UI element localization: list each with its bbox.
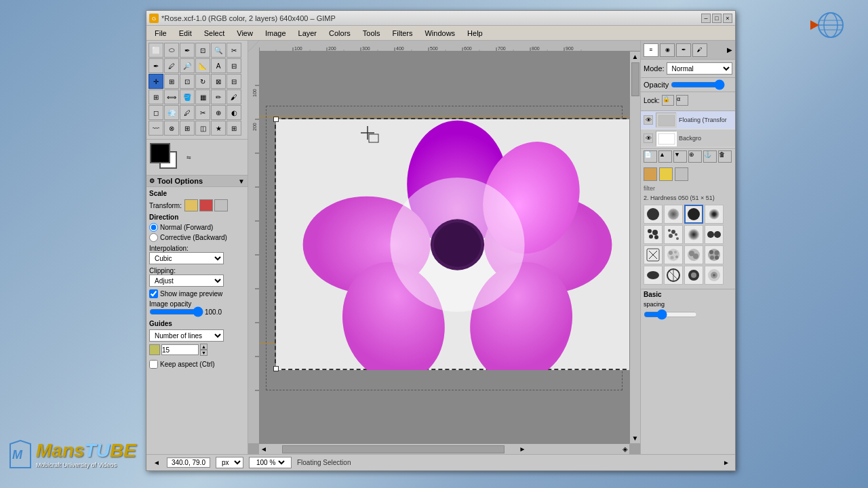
brush-12[interactable] [705, 245, 724, 264]
scroll-right-btn[interactable]: ► [518, 445, 528, 453]
menu-filters[interactable]: Filters [387, 28, 418, 39]
anchor-layer-btn[interactable]: ⚓ [703, 150, 717, 163]
healing-tool[interactable]: ⊕ [211, 105, 226, 120]
preview-checkbox[interactable] [149, 289, 158, 298]
blend-tool[interactable]: ▦ [195, 89, 210, 104]
by-color-select-tool[interactable]: 🔍 [211, 43, 226, 58]
convolve-tool[interactable]: ⊗ [164, 121, 179, 136]
scale-tool[interactable]: ⊠ [211, 74, 226, 89]
menu-layer[interactable]: Layer [293, 28, 323, 39]
canvas-viewport[interactable] [259, 52, 629, 443]
brush-2[interactable] [664, 205, 683, 224]
spacing-slider[interactable] [644, 310, 698, 319]
guides-number-input[interactable] [161, 344, 199, 355]
smudge-tool[interactable]: 〰 [149, 121, 163, 136]
brush-3[interactable] [684, 205, 703, 224]
layer-eye-floating[interactable]: 👁 [644, 115, 653, 125]
menu-file[interactable]: File [149, 28, 172, 39]
scroll-up-btn[interactable]: ▲ [630, 52, 640, 62]
transform-selection-btn[interactable] [199, 199, 213, 211]
transform-path-btn[interactable] [214, 199, 228, 211]
brush-14[interactable] [664, 266, 683, 285]
menu-view[interactable]: View [231, 28, 258, 39]
brush-1[interactable] [644, 205, 663, 224]
paths-tool[interactable]: ✒ [149, 58, 163, 73]
tab-brushes[interactable]: 🖌 [692, 43, 707, 57]
extra-btn[interactable]: ⊞ [226, 121, 241, 136]
layer-floating[interactable]: 👁 Floating (Transfor [641, 111, 735, 129]
clone-tool[interactable]: ✂ [195, 105, 210, 120]
fuzzy-select-tool[interactable]: ⊡ [195, 43, 210, 58]
layer-background[interactable]: 👁 Backgro [641, 129, 735, 148]
interpolation-select[interactable]: Cubic Linear None NoHalo LoHalo [149, 252, 224, 264]
brush-4[interactable] [705, 205, 724, 224]
swatch-gray[interactable] [675, 167, 688, 181]
zoom-select[interactable]: 100 % [254, 458, 287, 467]
close-button[interactable]: × [723, 14, 732, 23]
opacity-slider-right[interactable] [671, 81, 725, 89]
perspective-tool[interactable]: ⊞ [149, 89, 163, 104]
brush-6[interactable] [664, 225, 683, 244]
new-layer-btn[interactable]: 📄 [644, 150, 657, 163]
brush-7[interactable] [684, 225, 703, 244]
stamp-btn[interactable]: ★ [211, 121, 226, 136]
menu-select[interactable]: Select [199, 28, 231, 39]
tab-paths[interactable]: ✒ [676, 43, 691, 57]
scroll-expand-btn[interactable]: ◈ [621, 445, 629, 453]
rect-select-tool[interactable]: ⬜ [149, 43, 163, 58]
panel-config-btn[interactable]: ▶ [727, 46, 732, 54]
zoom-tool[interactable]: 🔎 [180, 58, 195, 73]
status-zoom[interactable]: 100 % [249, 457, 292, 468]
scroll-thumb-h[interactable] [282, 445, 505, 453]
layer-eye-background[interactable]: 👁 [644, 134, 653, 143]
minimize-button[interactable]: – [701, 14, 711, 23]
brush-16[interactable] [705, 266, 724, 285]
eraser-tool[interactable]: ◻ [149, 105, 163, 120]
status-nav-right[interactable]: ► [723, 459, 730, 466]
tab-channels[interactable]: ◉ [660, 43, 675, 57]
opacity-slider[interactable] [149, 308, 203, 316]
crop-tool[interactable]: ⊡ [180, 74, 195, 89]
lower-layer-btn[interactable]: ▼ [673, 150, 687, 163]
guides-color-swatch[interactable] [149, 344, 160, 355]
brush-9[interactable] [644, 245, 663, 264]
airbrush-tool[interactable]: 💨 [164, 105, 179, 120]
menu-windows[interactable]: Windows [419, 28, 460, 39]
ellipse-select-tool[interactable]: ⬭ [164, 43, 179, 58]
text-tool[interactable]: A [211, 58, 226, 73]
screen-btn[interactable]: ◫ [195, 121, 210, 136]
brush-5[interactable] [644, 225, 663, 244]
tab-layers[interactable]: ≡ [644, 43, 658, 57]
brush-11[interactable] [684, 245, 703, 264]
keep-aspect-checkbox[interactable] [149, 360, 158, 369]
measure-tool[interactable]: 📐 [195, 58, 210, 73]
transform-layer-btn[interactable] [184, 199, 198, 211]
brush-10[interactable] [664, 245, 683, 264]
free-select-tool[interactable]: ✒ [180, 43, 195, 58]
pencil-tool[interactable]: ✏ [211, 89, 226, 104]
delete-layer-btn[interactable]: 🗑 [718, 150, 732, 163]
grid-btn[interactable]: ⊞ [180, 121, 195, 136]
swap-colors-btn[interactable]: ⇆ [186, 155, 191, 161]
status-nav-left[interactable]: ◄ [152, 458, 161, 468]
dodge-burn-tool[interactable]: ◐ [226, 105, 241, 120]
menu-colors[interactable]: Colors [323, 28, 356, 39]
color-picker-tool[interactable]: 🖊 [164, 58, 179, 73]
rotate-tool[interactable]: ↻ [195, 74, 210, 89]
ink-tool[interactable]: 🖊 [180, 105, 195, 120]
maximize-button[interactable]: □ [712, 14, 722, 23]
guides-down-btn[interactable]: ▼ [200, 350, 208, 356]
bucket-tool[interactable]: 🪣 [180, 89, 195, 104]
lock-pixels-btn[interactable]: 🔒 [662, 95, 674, 106]
scissors-tool[interactable]: ✂ [226, 43, 241, 58]
scrollbar-horizontal[interactable]: ◄ ► ◈ [259, 443, 629, 454]
duplicate-layer-btn[interactable]: ⊕ [688, 150, 702, 163]
brush-13[interactable] [644, 266, 663, 285]
move-tool[interactable]: ✛ [149, 74, 163, 89]
scroll-left-btn[interactable]: ◄ [259, 445, 269, 453]
paintbrush-tool[interactable]: 🖌 [226, 89, 241, 104]
transform-tool-3d[interactable]: ⊟ [226, 58, 241, 73]
clipping-select[interactable]: Adjust Clip [149, 274, 224, 287]
brush-15[interactable] [684, 266, 703, 285]
guides-select[interactable]: Number of lines [149, 329, 224, 342]
